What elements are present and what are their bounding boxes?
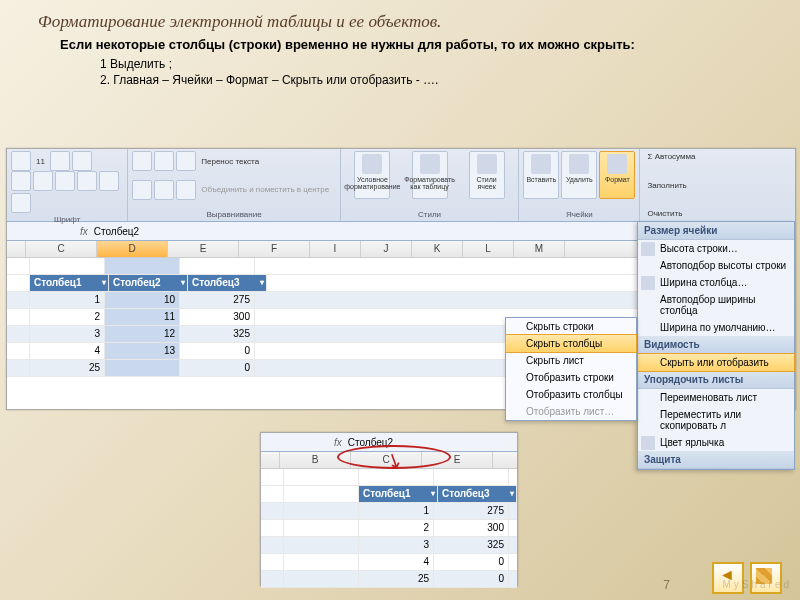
table-row: 40: [261, 554, 517, 571]
submenu-hide-cols[interactable]: Скрыть столбцы: [505, 334, 637, 353]
menu-col-width[interactable]: Ширина столбца…: [638, 274, 794, 291]
submenu-show-cols[interactable]: Отобразить столбцы: [506, 386, 636, 403]
submenu-hide-sheet[interactable]: Скрыть лист: [506, 352, 636, 369]
autosum-button[interactable]: Σ Автосумма: [644, 151, 791, 162]
align-bot-button[interactable]: [176, 151, 196, 171]
page-title: Форматирование электронной таблицы и ее …: [0, 0, 800, 36]
menu-header-size: Размер ячейки: [638, 222, 794, 240]
italic-button[interactable]: [33, 171, 53, 191]
underline-button[interactable]: [55, 171, 75, 191]
col-d[interactable]: D: [97, 241, 168, 257]
align-left-button[interactable]: [132, 180, 152, 200]
selectall-2[interactable]: [261, 452, 280, 468]
header-row-2: Столбец1 Столбец3: [261, 486, 517, 503]
menu-header-vis: Видимость: [638, 336, 794, 354]
hide-submenu: Скрыть строки Скрыть столбцы Скрыть лист…: [505, 317, 637, 421]
bold-button[interactable]: [11, 171, 31, 191]
cell-styles-button[interactable]: Стили ячеек: [469, 151, 505, 199]
table-row: 3325: [261, 537, 517, 554]
subtitle: Если некоторые столбцы (строки) временно…: [0, 36, 800, 56]
row-height-icon: [641, 242, 655, 256]
align-mid-button[interactable]: [154, 151, 174, 171]
fx-icon[interactable]: fx: [74, 226, 94, 237]
menu-row-height[interactable]: Высота строки…: [638, 240, 794, 257]
hdr2[interactable]: Столбец2: [109, 275, 188, 291]
fill-button[interactable]: Заполнить: [644, 180, 791, 191]
format-button[interactable]: Формат: [599, 151, 635, 199]
tabcolor-icon: [641, 436, 655, 450]
submenu-show-sheet[interactable]: Отобразить лист…: [506, 403, 636, 420]
merge-button[interactable]: Объединить и поместить в центре: [198, 184, 332, 195]
menu-rename[interactable]: Переименовать лист: [638, 389, 794, 406]
col-width-icon: [641, 276, 655, 290]
blank-row-2: [261, 469, 517, 486]
submenu-show-rows[interactable]: Отобразить строки: [506, 369, 636, 386]
menu-autofit-col[interactable]: Автоподбор ширины столбца: [638, 291, 794, 319]
grow-font-button[interactable]: [50, 151, 70, 171]
format-dropdown: Размер ячейки Высота строки… Автоподбор …: [637, 221, 795, 470]
shrink-font-button[interactable]: [72, 151, 92, 171]
menu-tabcolor[interactable]: Цвет ярлычка: [638, 434, 794, 451]
fillcolor-button[interactable]: [99, 171, 119, 191]
menu-default-width[interactable]: Ширина по умолчанию…: [638, 319, 794, 336]
table-row: 1275: [261, 503, 517, 520]
excel-screenshot-before: 11 Шрифт Перенос текста: [6, 148, 796, 410]
step2: 2. Главная – Ячейки – Формат – Скрыть ил…: [100, 72, 800, 88]
ribbon: 11 Шрифт Перенос текста: [7, 149, 795, 222]
menu-move[interactable]: Переместить или скопировать л: [638, 406, 794, 434]
wrap-text-button[interactable]: Перенос текста: [198, 156, 262, 167]
steps: 1 Выделить ; 2. Главная – Ячейки – Форма…: [0, 56, 800, 94]
align-group-label: Выравнивание: [132, 208, 336, 219]
step1: 1 Выделить ;: [100, 56, 800, 72]
border-button[interactable]: [77, 171, 97, 191]
menu-hide-unhide[interactable]: Скрыть или отобразить: [637, 353, 795, 372]
menu-header-protect: Защита: [638, 451, 794, 469]
page-number: 7: [663, 578, 670, 592]
col-i[interactable]: I: [310, 241, 361, 257]
hdr1-2[interactable]: Столбец1: [359, 486, 438, 502]
col-l[interactable]: L: [463, 241, 514, 257]
col-k[interactable]: K: [412, 241, 463, 257]
hdr2-2[interactable]: Столбец3: [438, 486, 517, 502]
align-center-button[interactable]: [154, 180, 174, 200]
col-m[interactable]: M: [514, 241, 565, 257]
styles-group-label: Стили: [345, 208, 514, 219]
menu-header-org: Упорядочить листы: [638, 371, 794, 389]
watermark: MyShared: [722, 579, 792, 590]
selectall[interactable]: [7, 241, 26, 257]
align-top-button[interactable]: [132, 151, 152, 171]
table-row: 250: [261, 571, 517, 588]
menu-autofit-row[interactable]: Автоподбор высоты строки: [638, 257, 794, 274]
col-e[interactable]: E: [168, 241, 239, 257]
cells-group-label: Ячейки: [523, 208, 635, 219]
fontcolor-button[interactable]: [11, 193, 31, 213]
font-group-label: Шрифт: [11, 213, 123, 224]
table-row: 2300: [261, 520, 517, 537]
hdr1[interactable]: Столбец1: [30, 275, 109, 291]
format-table-button[interactable]: Форматировать как таблицу: [412, 151, 448, 199]
delete-button[interactable]: Удалить: [561, 151, 597, 199]
hdr3[interactable]: Столбец3: [188, 275, 267, 291]
fx-icon-2[interactable]: fx: [328, 437, 348, 448]
col-j[interactable]: J: [361, 241, 412, 257]
submenu-hide-rows[interactable]: Скрыть строки: [506, 318, 636, 335]
align-right-button[interactable]: [176, 180, 196, 200]
font-button[interactable]: [11, 151, 31, 171]
formula-value[interactable]: Столбец2: [94, 226, 139, 237]
cond-format-button[interactable]: Условное форматирование: [354, 151, 390, 199]
clear-button[interactable]: Очистить: [644, 208, 791, 219]
insert-button[interactable]: Вставить: [523, 151, 559, 199]
col-f[interactable]: F: [239, 241, 310, 257]
col-c[interactable]: C: [26, 241, 97, 257]
fontsize[interactable]: 11: [33, 156, 48, 167]
